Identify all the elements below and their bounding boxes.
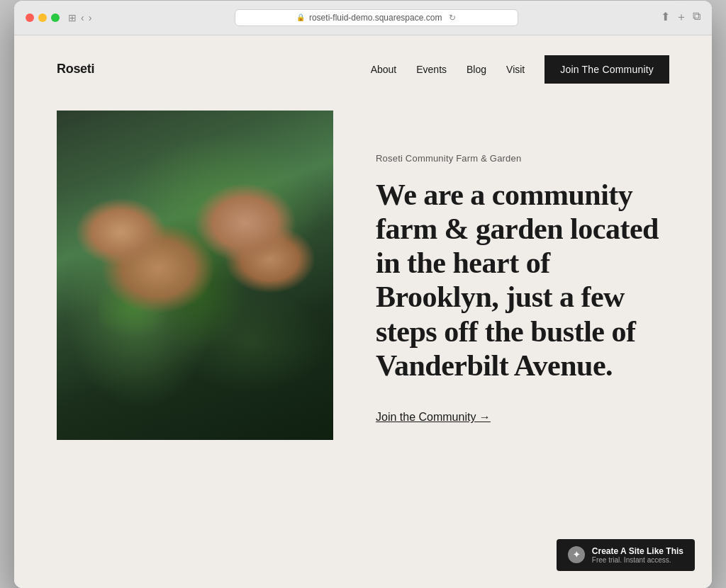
squarespace-badge[interactable]: ✦ Create A Site Like This Free trial. In… [557, 539, 695, 571]
sidebar-toggle-icon[interactable]: ⊞ [68, 12, 77, 23]
address-bar[interactable]: 🔒 roseti-fluid-demo.squarespace.com ↻ [235, 9, 518, 26]
nav-link-about[interactable]: About [371, 64, 397, 75]
page-content: Roseti About Events Blog Visit Join The … [14, 35, 712, 588]
maximize-button[interactable] [51, 13, 60, 22]
join-community-link[interactable]: Join the Community → [376, 411, 491, 424]
main-nav: Roseti About Events Blog Visit Join The … [14, 35, 712, 103]
join-community-button[interactable]: Join The Community [544, 55, 669, 84]
refresh-icon[interactable]: ↻ [449, 13, 456, 23]
traffic-lights [26, 13, 60, 22]
new-tab-icon[interactable]: ＋ [676, 10, 687, 25]
back-icon[interactable]: ‹ [81, 12, 84, 23]
nav-link-blog[interactable]: Blog [467, 64, 486, 75]
url-text: roseti-fluid-demo.squarespace.com [309, 13, 442, 23]
hero-section: Roseti Community Farm & Garden We are a … [14, 103, 712, 482]
hero-heading: We are a community farm & garden located… [376, 178, 669, 383]
badge-main-text: Create A Site Like This [592, 546, 683, 556]
hero-text-block: Roseti Community Farm & Garden We are a … [376, 111, 669, 424]
badge-text-block: Create A Site Like This Free trial. Inst… [592, 546, 683, 564]
browser-window: ⊞ ‹ › 🔒 roseti-fluid-demo.squarespace.co… [14, 1, 712, 588]
nav-link-events[interactable]: Events [416, 64, 447, 75]
tabs-icon[interactable]: ⧉ [693, 10, 700, 25]
squarespace-logo-icon: ✦ [568, 546, 585, 563]
site-logo[interactable]: Roseti [57, 62, 94, 77]
browser-controls: ⊞ ‹ › [68, 12, 91, 23]
lock-icon: 🔒 [296, 13, 305, 21]
badge-sub-text: Free trial. Instant access. [592, 556, 683, 564]
hero-subtitle: Roseti Community Farm & Garden [376, 153, 669, 164]
leaf-overlay [99, 193, 264, 358]
forward-icon[interactable]: › [89, 12, 92, 23]
hero-image [57, 111, 333, 440]
nav-link-visit[interactable]: Visit [506, 64, 525, 75]
minimize-button[interactable] [38, 13, 47, 22]
share-icon[interactable]: ⬆ [661, 10, 670, 25]
close-button[interactable] [26, 13, 34, 22]
nav-links: About Events Blog Visit Join The Communi… [371, 55, 669, 84]
browser-actions: ⬆ ＋ ⧉ [661, 10, 700, 25]
browser-chrome: ⊞ ‹ › 🔒 roseti-fluid-demo.squarespace.co… [14, 1, 712, 35]
